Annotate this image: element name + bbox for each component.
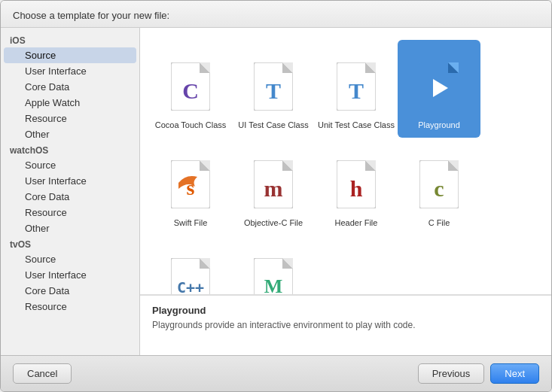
sidebar-section-ios: iOS (1, 32, 139, 47)
sidebar-item-tvos-source[interactable]: Source (4, 251, 136, 267)
svg-text:T: T (266, 78, 281, 103)
template-item-ui-test-case-class[interactable]: T UI Test Case Class (232, 40, 315, 138)
description-text: Playgrounds provide an interactive envir… (152, 319, 539, 332)
svg-text:m: m (264, 176, 283, 201)
template-item-unit-test-case-class[interactable]: T Unit Test Case Class (315, 40, 398, 138)
sidebar: iOSSourceUser InterfaceCore DataApple Wa… (1, 28, 140, 355)
svg-text:c: c (434, 176, 444, 201)
sidebar-item-watchos-other[interactable]: Other (4, 220, 136, 236)
sidebar-item-ios-source[interactable]: Source (4, 47, 136, 63)
sidebar-item-ios-applewatch[interactable]: Apple Watch (4, 95, 136, 111)
sidebar-item-watchos-source[interactable]: Source (4, 157, 136, 173)
description-title: Playground (152, 305, 539, 316)
template-item-c-file[interactable]: c C File (398, 138, 480, 236)
svg-text:T: T (349, 78, 364, 103)
template-icon-objective-c-file: m (252, 160, 295, 213)
template-label-unit-test-case-class: Unit Test Case Class (318, 120, 395, 130)
sidebar-item-tvos-userinterface[interactable]: User Interface (4, 267, 136, 283)
template-label-objective-c-file: Objective-C File (244, 217, 303, 228)
sidebar-item-watchos-resource[interactable]: Resource (4, 205, 136, 220)
footer-buttons: Previous Next (418, 363, 539, 384)
sidebar-item-ios-userinterface[interactable]: User Interface (4, 63, 136, 79)
template-grid: C Cocoa Touch Class T UI Test Case Class… (140, 28, 551, 295)
sidebar-item-ios-other[interactable]: Other (4, 126, 136, 142)
template-icon-header-file: h (334, 160, 378, 213)
template-label-ui-test-case-class: UI Test Case Class (238, 120, 308, 130)
sidebar-item-tvos-coredata[interactable]: Core Data (4, 283, 136, 299)
template-item-cpp-file[interactable]: C++ C++ File (149, 236, 232, 295)
previous-button[interactable]: Previous (418, 363, 485, 384)
cancel-button[interactable]: Cancel (13, 363, 72, 384)
sidebar-item-watchos-coredata[interactable]: Core Data (4, 189, 136, 205)
svg-text:C: C (182, 78, 199, 103)
dialog-footer: Cancel Previous Next (1, 355, 551, 391)
template-item-metal-file[interactable]: M Metal File (232, 236, 315, 295)
main-content: C Cocoa Touch Class T UI Test Case Class… (140, 28, 551, 355)
dialog-body: iOSSourceUser InterfaceCore DataApple Wa… (1, 28, 551, 355)
sidebar-item-ios-resource[interactable]: Resource (4, 111, 136, 126)
template-icon-ui-test-case-class: T (252, 62, 295, 115)
description-area: Playground Playgrounds provide an intera… (140, 295, 551, 355)
template-icon-metal-file: M (252, 258, 295, 295)
template-label-c-file: C File (428, 217, 450, 228)
template-item-objective-c-file[interactable]: m Objective-C File (232, 138, 315, 236)
template-label-cocoa-touch-class: Cocoa Touch Class (155, 120, 227, 130)
dialog-title: Choose a template for your new file: (13, 10, 169, 21)
template-item-header-file[interactable]: h Header File (315, 138, 398, 236)
template-label-header-file: Header File (335, 217, 378, 228)
template-item-cocoa-touch-class[interactable]: C Cocoa Touch Class (149, 40, 232, 138)
template-icon-c-file: c (417, 160, 461, 213)
template-item-playground[interactable]: Playground (398, 40, 480, 138)
sidebar-section-tvos: tvOS (1, 236, 139, 251)
template-icon-unit-test-case-class: T (334, 62, 378, 115)
svg-text:M: M (264, 275, 283, 295)
template-icon-cocoa-touch-class: C (169, 62, 212, 115)
next-button[interactable]: Next (490, 363, 539, 384)
svg-text:h: h (350, 176, 363, 201)
template-label-playground: Playground (418, 120, 460, 130)
dialog-header: Choose a template for your new file: (1, 1, 551, 28)
sidebar-item-tvos-resource[interactable]: Resource (4, 299, 136, 315)
sidebar-section-watchos: watchOS (1, 142, 139, 157)
template-icon-swift-file: s (169, 160, 212, 213)
template-item-swift-file[interactable]: s Swift File (149, 138, 232, 236)
svg-text:C++: C++ (177, 278, 204, 295)
sidebar-item-watchos-userinterface[interactable]: User Interface (4, 173, 136, 189)
template-label-swift-file: Swift File (174, 217, 208, 228)
template-icon-playground (417, 62, 461, 115)
sidebar-item-ios-coredata[interactable]: Core Data (4, 79, 136, 95)
template-icon-cpp-file: C++ (169, 258, 212, 295)
